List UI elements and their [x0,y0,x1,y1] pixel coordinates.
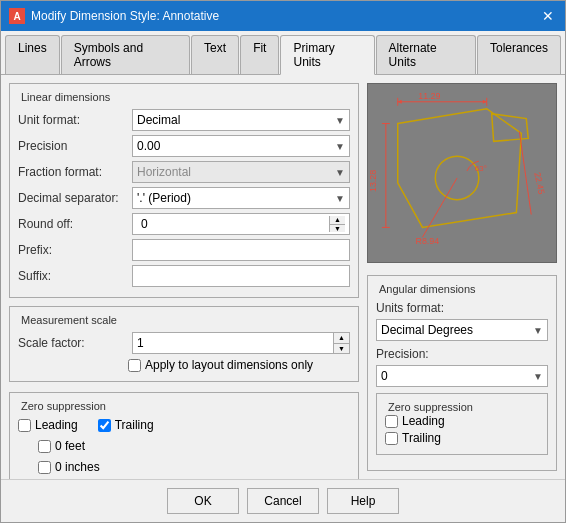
round-off-down[interactable]: ▼ [330,225,345,233]
scale-factor-up[interactable]: ▲ [334,333,349,344]
zero-feet-checkbox[interactable] [38,440,51,453]
unit-format-row: Unit format: Decimal ▼ [18,109,350,131]
tab-symbols-and-arrows[interactable]: Symbols and Arrows [61,35,190,74]
zero-feet-row: 0 feet [38,439,85,453]
titlebar: A Modify Dimension Style: Annotative ✕ [1,1,565,31]
angular-trailing-checkbox[interactable] [385,432,398,445]
tab-primary-units[interactable]: Primary Units [280,35,374,75]
right-panel: 11.29 13.28 22.45 R8.94 [367,83,557,471]
angular-precision-arrow: ▼ [533,371,543,382]
round-off-label: Round off: [18,217,128,231]
angular-precision-dropdown-wrap: 0 ▼ [376,365,548,387]
decimal-separator-row: Decimal separator: '.' (Period) ▼ [18,187,350,209]
trailing-row: Trailing [98,418,154,432]
round-off-spinner-btns[interactable]: ▲ ▼ [329,216,345,232]
zero-inches-checkbox[interactable] [38,461,51,474]
zero-feet-inches-row: 0 feet [18,439,350,456]
leading-checkbox[interactable] [18,419,31,432]
titlebar-left: A Modify Dimension Style: Annotative [9,8,219,24]
scale-factor-row: Scale factor: 1 ▲ ▼ [18,332,350,354]
round-off-up[interactable]: ▲ [330,216,345,225]
angular-dimensions-section: Angular dimensions Units format: Decimal… [367,275,557,471]
scale-factor-spinner[interactable]: 1 ▲ ▼ [132,332,350,354]
zero-suppression-section: Zero suppression Leading Trailing [9,392,359,479]
tab-alternate-units[interactable]: Alternate Units [376,35,476,74]
close-button[interactable]: ✕ [539,7,557,25]
decimal-separator-arrow: ▼ [335,193,345,204]
prefix-row: Prefix: [18,239,350,261]
main-content: Linear dimensions Unit format: Decimal ▼… [1,75,565,479]
precision-arrow: ▼ [335,141,345,152]
angular-precision-label: Precision: [376,347,486,361]
scale-factor-down[interactable]: ▼ [334,344,349,354]
svg-text:R8.94: R8.94 [416,236,440,246]
tab-lines[interactable]: Lines [5,35,60,74]
tab-tolerances[interactable]: Tolerances [477,35,561,74]
tab-text[interactable]: Text [191,35,239,74]
tab-fit[interactable]: Fit [240,35,279,74]
round-off-row: Round off: 0 ▲ ▼ [18,213,350,235]
scale-factor-label: Scale factor: [18,336,128,350]
svg-text:11.29: 11.29 [418,91,440,101]
zero-suppression-title: Zero suppression [18,400,109,412]
suffix-label: Suffix: [18,269,128,283]
zero-inches-cb-row: 0 inches [38,460,100,474]
angular-units-format-label: Units format: [376,301,486,315]
tab-bar: Lines Symbols and Arrows Text Fit Primar… [1,31,565,75]
main-window: A Modify Dimension Style: Annotative ✕ L… [0,0,566,523]
apply-to-layout-label: Apply to layout dimensions only [145,358,313,372]
fraction-format-row: Fraction format: Horizontal ▼ [18,161,350,183]
zero-feet-label: 0 feet [55,439,85,453]
linear-dimensions-title: Linear dimensions [18,91,113,103]
angular-leading-row: Leading [385,414,539,428]
unit-format-label: Unit format: [18,113,128,127]
apply-to-layout-checkbox[interactable] [128,359,141,372]
angular-zero-suppression: Zero suppression Leading Trailing [376,393,548,455]
prefix-label: Prefix: [18,243,128,257]
trailing-label: Trailing [115,418,154,432]
decimal-separator-dropdown[interactable]: '.' (Period) ▼ [132,187,350,209]
app-icon: A [9,8,25,24]
apply-to-layout-row: Apply to layout dimensions only [18,358,350,372]
angular-zero-suppression-title: Zero suppression [385,401,476,413]
decimal-separator-label: Decimal separator: [18,191,128,205]
svg-text:63°: 63° [475,164,487,173]
angular-dimensions-title: Angular dimensions [376,283,479,295]
measurement-scale-title: Measurement scale [18,314,120,326]
angular-units-dropdown[interactable]: Decimal Degrees ▼ [376,319,548,341]
angular-units-dropdown-wrap: Decimal Degrees ▼ [376,319,548,341]
svg-text:13.28: 13.28 [368,170,378,192]
cancel-button[interactable]: Cancel [247,488,319,514]
linear-dimensions-section: Linear dimensions Unit format: Decimal ▼… [9,83,359,298]
measurement-scale-section: Measurement scale Scale factor: 1 ▲ ▼ [9,306,359,382]
precision-row: Precision 0.00 ▼ [18,135,350,157]
zero-inches-label: 0 inches [55,460,100,474]
fraction-format-dropdown: Horizontal ▼ [132,161,350,183]
unit-format-arrow: ▼ [335,115,345,126]
angular-units-format-row: Units format: [376,301,548,315]
angular-units-arrow: ▼ [533,325,543,336]
prefix-input[interactable] [132,239,350,261]
unit-format-dropdown[interactable]: Decimal ▼ [132,109,350,131]
svg-rect-0 [368,84,556,262]
angular-leading-checkbox[interactable] [385,415,398,428]
left-panel: Linear dimensions Unit format: Decimal ▼… [9,83,359,471]
preview-svg: 11.29 13.28 22.45 R8.94 [368,84,556,262]
suffix-input[interactable] [132,265,350,287]
bottom-bar: OK Cancel Help [1,479,565,522]
help-button[interactable]: Help [327,488,399,514]
zero-inches-row: 0 inches [18,460,350,477]
scale-factor-btns[interactable]: ▲ ▼ [333,333,349,353]
precision-dropdown[interactable]: 0.00 ▼ [132,135,350,157]
leading-label: Leading [35,418,78,432]
leading-row: Leading [18,418,78,432]
precision-label: Precision [18,139,128,153]
angular-precision-dropdown[interactable]: 0 ▼ [376,365,548,387]
round-off-spinner[interactable]: 0 ▲ ▼ [132,213,350,235]
window-title: Modify Dimension Style: Annotative [31,9,219,23]
angular-leading-label: Leading [402,414,445,428]
zero-suppression-checkboxes: Leading Trailing [18,418,350,435]
trailing-checkbox[interactable] [98,419,111,432]
ok-button[interactable]: OK [167,488,239,514]
suffix-row: Suffix: [18,265,350,287]
